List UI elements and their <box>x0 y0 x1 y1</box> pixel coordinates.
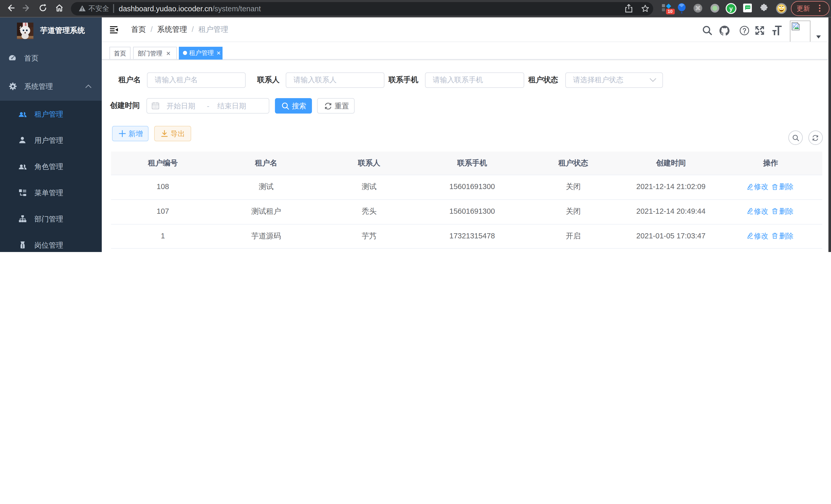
svg-text:⌘: ⌘ <box>695 5 701 11</box>
svg-text:y: y <box>729 5 733 12</box>
